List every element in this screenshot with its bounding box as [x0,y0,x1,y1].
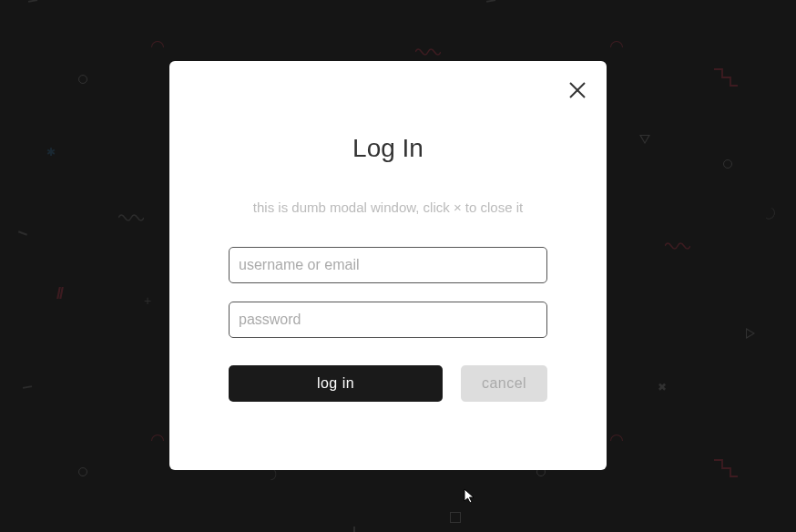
password-input[interactable] [229,302,547,338]
modal-subtitle: this is dumb modal window, click × to cl… [215,200,561,215]
button-row: log in cancel [229,365,547,402]
cursor-icon [464,488,476,505]
modal-body: Log In this is dumb modal window, click … [169,61,607,438]
close-button[interactable] [566,79,588,101]
login-modal: Log In this is dumb modal window, click … [169,61,607,470]
login-button[interactable]: log in [229,365,443,402]
close-icon [569,82,586,98]
modal-title: Log In [215,134,561,163]
username-input[interactable] [229,247,547,283]
cancel-button[interactable]: cancel [461,365,547,402]
